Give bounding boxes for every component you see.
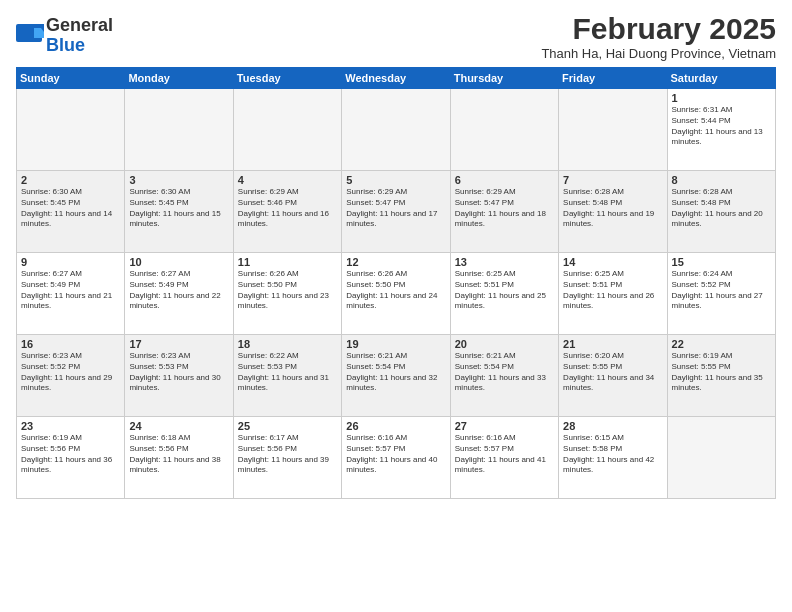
day-number: 15 (672, 256, 771, 268)
day-info: Sunrise: 6:26 AMSunset: 5:50 PMDaylight:… (238, 269, 337, 312)
day-number: 20 (455, 338, 554, 350)
day-number: 24 (129, 420, 228, 432)
header-row: GeneralBlue February 2025 Thanh Ha, Hai … (16, 12, 776, 61)
table-row: 1Sunrise: 6:31 AMSunset: 5:44 PMDaylight… (667, 89, 775, 171)
table-row (342, 89, 450, 171)
day-info: Sunrise: 6:28 AMSunset: 5:48 PMDaylight:… (563, 187, 662, 230)
title-block: February 2025 Thanh Ha, Hai Duong Provin… (541, 12, 776, 61)
day-number: 11 (238, 256, 337, 268)
table-row: 7Sunrise: 6:28 AMSunset: 5:48 PMDaylight… (559, 171, 667, 253)
day-number: 22 (672, 338, 771, 350)
calendar-week-row: 1Sunrise: 6:31 AMSunset: 5:44 PMDaylight… (17, 89, 776, 171)
day-number: 5 (346, 174, 445, 186)
table-row: 5Sunrise: 6:29 AMSunset: 5:47 PMDaylight… (342, 171, 450, 253)
day-number: 17 (129, 338, 228, 350)
calendar-table: Sunday Monday Tuesday Wednesday Thursday… (16, 67, 776, 499)
day-info: Sunrise: 6:21 AMSunset: 5:54 PMDaylight:… (455, 351, 554, 394)
table-row: 25Sunrise: 6:17 AMSunset: 5:56 PMDayligh… (233, 417, 341, 499)
day-number: 4 (238, 174, 337, 186)
table-row: 14Sunrise: 6:25 AMSunset: 5:51 PMDayligh… (559, 253, 667, 335)
table-row (559, 89, 667, 171)
table-row: 19Sunrise: 6:21 AMSunset: 5:54 PMDayligh… (342, 335, 450, 417)
day-number: 26 (346, 420, 445, 432)
table-row: 23Sunrise: 6:19 AMSunset: 5:56 PMDayligh… (17, 417, 125, 499)
table-row: 9Sunrise: 6:27 AMSunset: 5:49 PMDaylight… (17, 253, 125, 335)
table-row: 10Sunrise: 6:27 AMSunset: 5:49 PMDayligh… (125, 253, 233, 335)
day-info: Sunrise: 6:29 AMSunset: 5:47 PMDaylight:… (455, 187, 554, 230)
day-info: Sunrise: 6:15 AMSunset: 5:58 PMDaylight:… (563, 433, 662, 476)
day-info: Sunrise: 6:16 AMSunset: 5:57 PMDaylight:… (346, 433, 445, 476)
day-info: Sunrise: 6:30 AMSunset: 5:45 PMDaylight:… (129, 187, 228, 230)
day-number: 1 (672, 92, 771, 104)
calendar-week-row: 2Sunrise: 6:30 AMSunset: 5:45 PMDaylight… (17, 171, 776, 253)
day-info: Sunrise: 6:27 AMSunset: 5:49 PMDaylight:… (21, 269, 120, 312)
table-row: 15Sunrise: 6:24 AMSunset: 5:52 PMDayligh… (667, 253, 775, 335)
table-row (450, 89, 558, 171)
day-info: Sunrise: 6:28 AMSunset: 5:48 PMDaylight:… (672, 187, 771, 230)
table-row: 17Sunrise: 6:23 AMSunset: 5:53 PMDayligh… (125, 335, 233, 417)
col-tuesday: Tuesday (233, 68, 341, 89)
day-number: 16 (21, 338, 120, 350)
day-number: 7 (563, 174, 662, 186)
table-row: 2Sunrise: 6:30 AMSunset: 5:45 PMDaylight… (17, 171, 125, 253)
table-row (125, 89, 233, 171)
table-row: 21Sunrise: 6:20 AMSunset: 5:55 PMDayligh… (559, 335, 667, 417)
table-row: 22Sunrise: 6:19 AMSunset: 5:55 PMDayligh… (667, 335, 775, 417)
day-info: Sunrise: 6:23 AMSunset: 5:53 PMDaylight:… (129, 351, 228, 394)
day-number: 27 (455, 420, 554, 432)
table-row: 24Sunrise: 6:18 AMSunset: 5:56 PMDayligh… (125, 417, 233, 499)
table-row: 16Sunrise: 6:23 AMSunset: 5:52 PMDayligh… (17, 335, 125, 417)
calendar-page: GeneralBlue February 2025 Thanh Ha, Hai … (0, 0, 792, 612)
day-info: Sunrise: 6:23 AMSunset: 5:52 PMDaylight:… (21, 351, 120, 394)
day-number: 8 (672, 174, 771, 186)
table-row: 12Sunrise: 6:26 AMSunset: 5:50 PMDayligh… (342, 253, 450, 335)
table-row: 11Sunrise: 6:26 AMSunset: 5:50 PMDayligh… (233, 253, 341, 335)
day-info: Sunrise: 6:31 AMSunset: 5:44 PMDaylight:… (672, 105, 771, 148)
day-info: Sunrise: 6:16 AMSunset: 5:57 PMDaylight:… (455, 433, 554, 476)
table-row: 3Sunrise: 6:30 AMSunset: 5:45 PMDaylight… (125, 171, 233, 253)
table-row: 6Sunrise: 6:29 AMSunset: 5:47 PMDaylight… (450, 171, 558, 253)
day-info: Sunrise: 6:19 AMSunset: 5:55 PMDaylight:… (672, 351, 771, 394)
calendar-week-row: 23Sunrise: 6:19 AMSunset: 5:56 PMDayligh… (17, 417, 776, 499)
table-row: 8Sunrise: 6:28 AMSunset: 5:48 PMDaylight… (667, 171, 775, 253)
day-info: Sunrise: 6:17 AMSunset: 5:56 PMDaylight:… (238, 433, 337, 476)
day-info: Sunrise: 6:22 AMSunset: 5:53 PMDaylight:… (238, 351, 337, 394)
month-year-title: February 2025 (541, 12, 776, 46)
day-info: Sunrise: 6:30 AMSunset: 5:45 PMDaylight:… (21, 187, 120, 230)
table-row: 20Sunrise: 6:21 AMSunset: 5:54 PMDayligh… (450, 335, 558, 417)
col-monday: Monday (125, 68, 233, 89)
table-row: 27Sunrise: 6:16 AMSunset: 5:57 PMDayligh… (450, 417, 558, 499)
day-number: 18 (238, 338, 337, 350)
day-number: 23 (21, 420, 120, 432)
logo-icon (16, 24, 44, 48)
table-row (17, 89, 125, 171)
table-row: 13Sunrise: 6:25 AMSunset: 5:51 PMDayligh… (450, 253, 558, 335)
logo-text: GeneralBlue (46, 16, 113, 56)
table-row: 28Sunrise: 6:15 AMSunset: 5:58 PMDayligh… (559, 417, 667, 499)
calendar-header-row: Sunday Monday Tuesday Wednesday Thursday… (17, 68, 776, 89)
day-number: 25 (238, 420, 337, 432)
day-number: 10 (129, 256, 228, 268)
table-row: 18Sunrise: 6:22 AMSunset: 5:53 PMDayligh… (233, 335, 341, 417)
col-friday: Friday (559, 68, 667, 89)
day-info: Sunrise: 6:24 AMSunset: 5:52 PMDaylight:… (672, 269, 771, 312)
day-number: 6 (455, 174, 554, 186)
location-subtitle: Thanh Ha, Hai Duong Province, Vietnam (541, 46, 776, 61)
day-number: 3 (129, 174, 228, 186)
day-info: Sunrise: 6:21 AMSunset: 5:54 PMDaylight:… (346, 351, 445, 394)
day-info: Sunrise: 6:25 AMSunset: 5:51 PMDaylight:… (455, 269, 554, 312)
day-number: 2 (21, 174, 120, 186)
col-sunday: Sunday (17, 68, 125, 89)
logo: GeneralBlue (16, 16, 113, 56)
day-number: 9 (21, 256, 120, 268)
day-info: Sunrise: 6:29 AMSunset: 5:47 PMDaylight:… (346, 187, 445, 230)
day-info: Sunrise: 6:19 AMSunset: 5:56 PMDaylight:… (21, 433, 120, 476)
day-number: 19 (346, 338, 445, 350)
day-info: Sunrise: 6:18 AMSunset: 5:56 PMDaylight:… (129, 433, 228, 476)
table-row: 26Sunrise: 6:16 AMSunset: 5:57 PMDayligh… (342, 417, 450, 499)
day-number: 28 (563, 420, 662, 432)
day-number: 21 (563, 338, 662, 350)
day-info: Sunrise: 6:29 AMSunset: 5:46 PMDaylight:… (238, 187, 337, 230)
col-thursday: Thursday (450, 68, 558, 89)
day-number: 12 (346, 256, 445, 268)
